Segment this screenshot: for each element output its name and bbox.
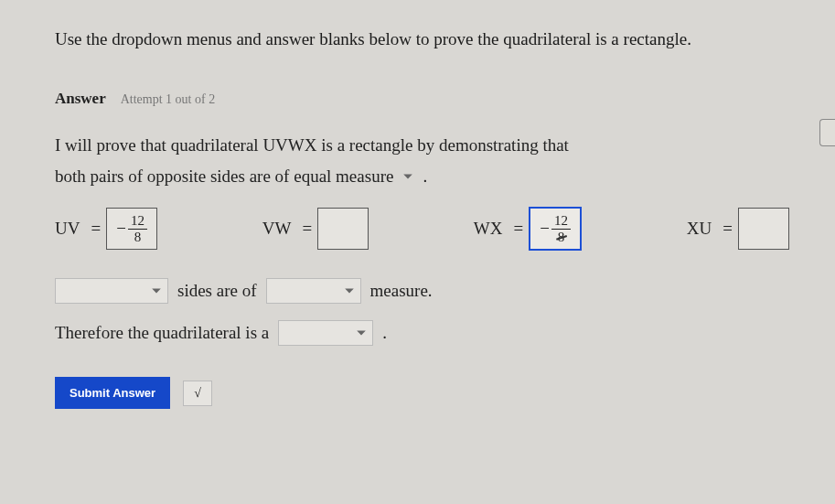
wx-denominator: 8 xyxy=(558,230,565,244)
proof-method-dropdown[interactable] xyxy=(399,169,417,184)
wx-input[interactable]: − 12 8 xyxy=(529,207,582,251)
segment-wx: WX = − 12 8 xyxy=(474,207,582,251)
proof-line-2: both pairs of opposite sides are of equa… xyxy=(55,166,789,187)
uv-equals: = xyxy=(91,219,101,239)
uv-numerator: 12 xyxy=(128,214,147,230)
wx-label: WX xyxy=(474,219,503,239)
submit-row: Submit Answer √ xyxy=(55,377,789,409)
uv-fraction: 12 8 xyxy=(128,214,147,244)
wx-sign: − xyxy=(540,219,550,239)
segment-uv: UV = − 12 8 xyxy=(55,208,157,250)
wx-equals: = xyxy=(513,219,523,239)
answer-header: Answer Attempt 1 out of 2 xyxy=(55,90,789,108)
question-prompt: Use the dropdown menus and answer blanks… xyxy=(55,29,789,49)
conclusion-sentence-1: sides are of measure. xyxy=(55,278,789,304)
submit-button[interactable]: Submit Answer xyxy=(55,377,170,409)
math-keyboard-button[interactable]: √ xyxy=(183,381,212,406)
uv-input[interactable]: − 12 8 xyxy=(106,208,157,250)
calculator-icon[interactable] xyxy=(819,119,835,146)
vw-input[interactable] xyxy=(317,208,369,250)
period: . xyxy=(423,166,427,187)
proof-method-text: both pairs of opposite sides are of equa… xyxy=(55,166,393,187)
xu-equals: = xyxy=(723,219,733,239)
answer-label: Answer xyxy=(55,90,106,107)
attempt-counter: Attempt 1 out of 2 xyxy=(121,92,215,106)
measure-type-dropdown[interactable] xyxy=(266,278,361,304)
uv-sign: − xyxy=(116,219,126,239)
equations-row: UV = − 12 8 VW = WX = − 12 8 xyxy=(55,207,789,251)
therefore-text: Therefore the quadrilateral is a xyxy=(55,323,269,343)
proof-line-1: I will prove that quadrilateral UVWX is … xyxy=(55,135,789,155)
sides-are-of-text: sides are of xyxy=(177,281,257,301)
xu-input[interactable] xyxy=(738,208,789,250)
uv-denominator: 8 xyxy=(134,230,142,244)
vw-label: VW xyxy=(262,219,292,239)
wx-numerator: 12 xyxy=(551,214,571,230)
segment-vw: VW = xyxy=(262,208,369,250)
sides-type-dropdown[interactable] xyxy=(55,278,168,304)
therefore-period: . xyxy=(382,323,387,343)
shape-dropdown[interactable] xyxy=(278,320,373,346)
wx-fraction: 12 8 xyxy=(551,214,571,244)
conclusion-sentence-2: Therefore the quadrilateral is a . xyxy=(55,320,789,346)
measure-text: measure. xyxy=(370,281,433,301)
segment-xu: XU = xyxy=(687,208,789,250)
uv-label: UV xyxy=(55,219,80,239)
xu-label: XU xyxy=(687,219,712,239)
vw-equals: = xyxy=(302,219,312,239)
